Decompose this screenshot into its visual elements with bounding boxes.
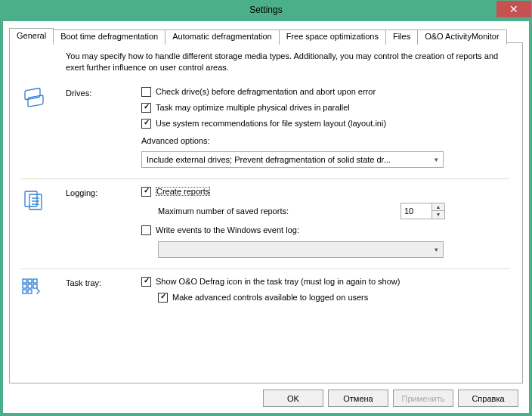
- tab-boot-time[interactable]: Boot time defragmentation: [53, 29, 165, 45]
- svg-rect-12: [33, 284, 37, 288]
- max-reports-label: Maximum number of saved reports:: [158, 206, 289, 216]
- divider: [20, 269, 510, 269]
- window-title: Settings: [249, 3, 282, 17]
- logging-label: Logging:: [66, 187, 141, 258]
- tab-automatic[interactable]: Automatic defragmentation: [165, 29, 279, 45]
- advanced-options-value: Include external drives; Prevent defragm…: [147, 155, 391, 164]
- layout-label: Use system recommendations for file syst…: [156, 119, 386, 128]
- svg-rect-1: [28, 95, 43, 107]
- svg-rect-11: [28, 284, 32, 288]
- settings-window: Settings ✕ General Boot time defragmenta…: [0, 0, 532, 416]
- spinner-up-button[interactable]: ▲: [432, 203, 444, 211]
- tab-activity-monitor[interactable]: O&O ActivityMonitor: [417, 29, 506, 45]
- create-reports-checkbox[interactable]: [141, 187, 151, 197]
- tab-panel: You may specify how to handle different …: [9, 42, 523, 383]
- logging-icon: [20, 187, 66, 258]
- ok-button[interactable]: OK: [263, 390, 323, 407]
- eventlog-dropdown: ▾: [158, 241, 444, 258]
- check-before-label: Check drive(s) before defragmentation an…: [156, 87, 376, 96]
- tab-files[interactable]: Files: [385, 29, 418, 45]
- parallel-checkbox[interactable]: [141, 103, 151, 113]
- intro-text: You may specify how to handle different …: [66, 51, 510, 73]
- svg-rect-14: [28, 290, 32, 293]
- create-reports-label: Create reports: [156, 187, 210, 196]
- eventlog-label: Write events to the Windows event log:: [156, 225, 299, 234]
- svg-rect-7: [23, 279, 26, 283]
- chevron-down-icon: ▾: [435, 246, 438, 253]
- advanced-options-dropdown[interactable]: Include external drives; Prevent defragm…: [141, 151, 444, 168]
- svg-rect-13: [23, 290, 26, 293]
- drives-section: Drives: Check drive(s) before defragment…: [20, 87, 510, 168]
- help-button[interactable]: Справка: [458, 390, 518, 407]
- show-tray-icon-label: Show O&O Defrag icon in the task tray (m…: [156, 277, 400, 286]
- cancel-button[interactable]: Отмена: [328, 390, 388, 407]
- max-reports-spinner: ▲ ▼: [401, 203, 445, 219]
- svg-rect-3: [29, 194, 42, 210]
- divider: [20, 179, 510, 179]
- logging-section: Logging: Create reports Maximum number o…: [20, 187, 510, 258]
- titlebar[interactable]: Settings ✕: [3, 3, 529, 21]
- check-before-checkbox[interactable]: [141, 87, 151, 97]
- close-icon: ✕: [509, 3, 518, 15]
- spinner-down-button[interactable]: ▼: [432, 211, 444, 219]
- svg-rect-9: [33, 279, 37, 283]
- layout-checkbox[interactable]: [141, 119, 151, 129]
- parallel-label: Task may optimize multiple physical driv…: [156, 103, 350, 112]
- close-button[interactable]: ✕: [496, 1, 531, 17]
- drives-icon: [20, 87, 66, 168]
- tab-general[interactable]: General: [9, 28, 54, 43]
- apply-button[interactable]: Применить: [393, 390, 453, 407]
- svg-rect-0: [25, 88, 40, 100]
- eventlog-checkbox[interactable]: [141, 225, 151, 235]
- content-area: General Boot time defragmentation Automa…: [3, 21, 529, 413]
- tray-label: Task tray:: [66, 277, 141, 309]
- drives-label: Drives:: [66, 87, 141, 168]
- svg-rect-8: [28, 279, 32, 283]
- tray-icon: [20, 277, 66, 309]
- tab-strip: General Boot time defragmentation Automa…: [9, 28, 523, 43]
- max-reports-input[interactable]: [401, 203, 432, 219]
- advanced-options-label: Advanced options:: [141, 136, 210, 145]
- tray-section: Task tray: Show O&O Defrag icon in the t…: [20, 277, 510, 309]
- show-tray-icon-checkbox[interactable]: [141, 277, 151, 287]
- tab-free-space[interactable]: Free space optimizations: [279, 29, 386, 45]
- advanced-controls-checkbox[interactable]: [158, 293, 168, 303]
- svg-rect-10: [23, 284, 26, 288]
- chevron-down-icon: ▾: [435, 156, 438, 163]
- advanced-controls-label: Make advanced controls available to logg…: [172, 293, 368, 302]
- dialog-buttons: OK Отмена Применить Справка: [9, 383, 523, 410]
